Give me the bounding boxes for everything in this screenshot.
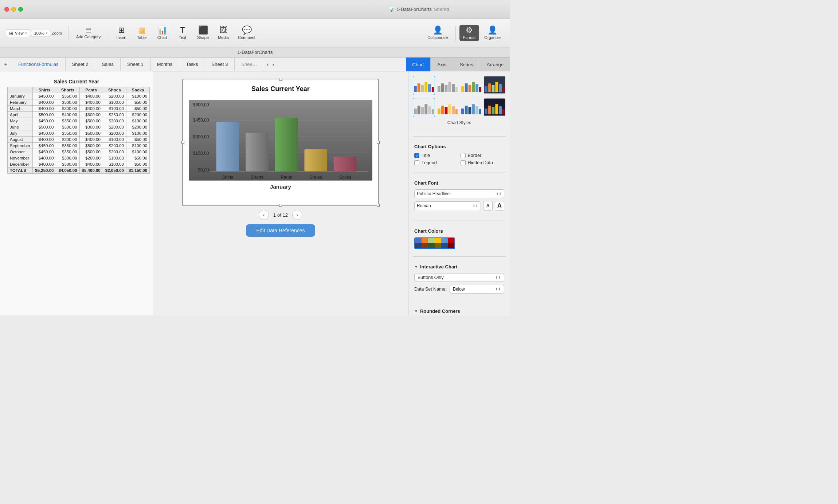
font-style-select[interactable]: Roman ⬆⬇ (414, 201, 481, 210)
font-size-large-button[interactable]: A (495, 201, 504, 210)
row-header[interactable]: July (8, 130, 33, 137)
cell[interactable]: $450.00 (33, 93, 56, 99)
cell[interactable]: $300.00 (56, 137, 79, 143)
cell[interactable]: $200.00 (103, 149, 126, 155)
style-thumb-5[interactable] (413, 98, 435, 117)
edit-data-references-button[interactable]: Edit Data References (246, 224, 315, 237)
cell[interactable]: $400.00 (56, 112, 79, 118)
format-button[interactable]: ⚙ Format (459, 25, 479, 41)
cell[interactable]: $350.00 (56, 149, 79, 155)
hidden-data-checkbox[interactable] (461, 160, 466, 165)
cell[interactable]: $450.00 (33, 130, 56, 137)
shape-button[interactable]: ⬛ Shape (193, 25, 212, 41)
style-thumb-4[interactable] (483, 76, 506, 95)
cell[interactable]: $100.00 (126, 149, 149, 155)
sheet-tab-tasks[interactable]: Tasks (179, 58, 205, 71)
style-thumb-7[interactable] (460, 98, 482, 117)
cell[interactable]: $200.00 (126, 124, 149, 130)
border-checkbox[interactable] (461, 153, 466, 158)
legend-checkbox[interactable] (414, 160, 419, 165)
cell[interactable]: $500.00 (79, 118, 103, 124)
style-thumb-8[interactable] (483, 98, 506, 117)
row-header[interactable]: June (8, 124, 33, 130)
cell[interactable]: $400.00 (33, 106, 56, 112)
handle-bottom-right[interactable] (377, 204, 380, 207)
cell[interactable]: $100.00 (103, 137, 126, 143)
cell[interactable]: $300.00 (56, 161, 79, 168)
style-thumb-6[interactable] (436, 98, 459, 117)
insert-button[interactable]: ⊞ Insert (112, 25, 131, 41)
collaborate-button[interactable]: 👤 Collaborate (424, 25, 451, 41)
cell[interactable]: $400.00 (33, 137, 56, 143)
cell[interactable]: $50.00 (126, 155, 149, 161)
sheet-tab-functionsformulas[interactable]: FunctionsFormulas (12, 58, 66, 71)
cell[interactable]: $100.00 (103, 106, 126, 112)
scroll-left-button[interactable]: ‹ (266, 61, 270, 68)
tab-series[interactable]: Series (453, 58, 480, 71)
cell[interactable]: $400.00 (33, 161, 56, 168)
chart-prev-button[interactable]: ‹ (259, 210, 269, 220)
row-header[interactable]: August (8, 137, 33, 143)
cell[interactable]: $100.00 (126, 130, 149, 137)
cell[interactable]: $200.00 (103, 130, 126, 137)
cell[interactable]: $300.00 (56, 124, 79, 130)
cell[interactable]: $350.00 (56, 118, 79, 124)
sheet-tab-months[interactable]: Months (150, 58, 180, 71)
cell[interactable]: $300.00 (56, 106, 79, 112)
row-header[interactable]: October (8, 149, 33, 155)
handle-left[interactable] (181, 141, 184, 144)
title-checkbox[interactable]: ✓ (414, 153, 419, 158)
handle-top[interactable] (279, 78, 282, 81)
cell[interactable]: $500.00 (33, 124, 56, 130)
handle-right[interactable] (377, 141, 380, 144)
cell[interactable]: $500.00 (79, 130, 103, 137)
row-header[interactable]: December (8, 161, 33, 168)
interactive-chart-header[interactable]: ▼ Interactive Chart (414, 264, 504, 269)
cell[interactable]: $100.00 (126, 118, 149, 124)
zoom-button[interactable]: 100% ▾ (31, 30, 51, 36)
tab-axis[interactable]: Axis (430, 58, 453, 71)
cell[interactable]: $350.00 (56, 130, 79, 137)
cell[interactable]: $600.00 (79, 112, 103, 118)
scroll-right-button[interactable]: › (271, 61, 275, 68)
cell[interactable]: $450.00 (33, 149, 56, 155)
add-category-button[interactable]: ☰ Add Category (73, 25, 104, 40)
tab-chart[interactable]: Chart (406, 58, 431, 71)
cell[interactable]: $100.00 (126, 93, 149, 99)
style-thumb-1[interactable] (413, 76, 435, 95)
cell[interactable]: $500.00 (33, 112, 56, 118)
cell[interactable]: $400.00 (79, 93, 103, 99)
media-button[interactable]: 🖼 Media (214, 25, 233, 41)
table-button[interactable]: ▦ Table (132, 25, 151, 41)
row-header[interactable]: November (8, 155, 33, 161)
sheet-tab-sheet3[interactable]: Sheet 3 (205, 58, 235, 71)
maximize-button[interactable] (18, 7, 23, 12)
buttons-only-dropdown[interactable]: Buttons Only ⬆⬇ (414, 273, 504, 282)
cell[interactable]: $200.00 (103, 118, 126, 124)
cell[interactable]: $50.00 (126, 161, 149, 168)
cell[interactable]: $300.00 (56, 155, 79, 161)
view-button[interactable]: ⊞ View ▾ (6, 29, 30, 37)
sheet-tab-sheet1[interactable]: Sheet 1 (121, 58, 150, 71)
cell[interactable]: $100.00 (126, 143, 149, 149)
add-sheet-button[interactable]: + (0, 59, 12, 70)
style-thumb-3[interactable] (460, 76, 482, 95)
cell[interactable]: $500.00 (79, 149, 103, 155)
cell[interactable]: $200.00 (103, 93, 126, 99)
dataset-name-select[interactable]: Below ⬆⬇ (450, 285, 504, 294)
cell[interactable]: $400.00 (79, 137, 103, 143)
cell[interactable]: $200.00 (79, 155, 103, 161)
row-header[interactable]: April (8, 112, 33, 118)
organize-button[interactable]: 👤 Organize (481, 25, 504, 41)
comment-button[interactable]: 💬 Comment (234, 25, 259, 41)
cell[interactable]: $50.00 (126, 99, 149, 106)
cell[interactable]: $300.00 (56, 99, 79, 106)
font-size-small-button[interactable]: A (483, 201, 493, 210)
cell[interactable]: $400.00 (79, 99, 103, 106)
cell[interactable]: $350.00 (56, 93, 79, 99)
sheet-tab-sales[interactable]: Sales (95, 58, 121, 71)
text-button[interactable]: T Text (173, 25, 192, 41)
cell[interactable]: $200.00 (103, 124, 126, 130)
cell[interactable]: $100.00 (103, 161, 126, 168)
row-header[interactable]: January (8, 93, 33, 99)
